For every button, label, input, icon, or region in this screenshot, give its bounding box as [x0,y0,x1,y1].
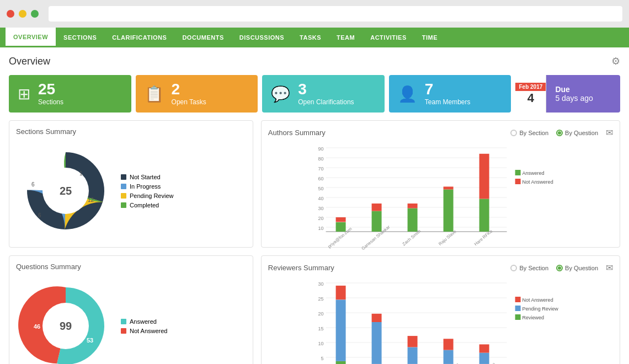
authors-summary-panel: Authors Summary By Section By Question ✉ [261,120,620,248]
radio-circle-reviewer-by-section [510,265,517,271]
nav-tasks[interactable]: TASKS [292,28,329,47]
legend-in-progress: In Progress [121,183,174,190]
svg-rect-31 [515,179,520,184]
sections-card[interactable]: ⊞ 25 Sections [9,75,131,113]
nav-documents[interactable]: DOCUMENTS [174,28,231,47]
page-title: Overview [9,56,50,67]
reviewers-summary-header: Reviewers Summary By Section By Question… [268,263,613,273]
radio-circle-reviewer-by-question [556,265,563,271]
legend-dot-not-started [121,174,126,180]
svg-rect-58 [515,314,520,320]
svg-text:70: 70 [318,166,323,172]
bar-author2-answered [371,211,381,232]
nav-discussions[interactable]: DISCUSSIONS [232,28,292,47]
clarifications-number: 3 [298,82,354,97]
clarifications-icon: 💬 [271,85,290,103]
bar-rev4-pending [443,350,453,364]
svg-text:80: 80 [318,156,323,162]
legend-pending-review: Pending Review [121,192,174,199]
legend-dot-answered [121,319,126,324]
radio-dot-by-question [558,131,561,135]
bar-author4-not-answered [443,186,453,189]
questions-summary-title: Questions Summary [16,263,246,271]
nav-team[interactable]: TEAM [329,28,363,47]
authors-radio-question-label: By Question [565,130,598,136]
maximize-button[interactable] [31,10,39,18]
svg-rect-54 [515,297,520,302]
bar-author3-not-answered [407,204,417,208]
reviewers-radio-by-question[interactable]: By Question [556,265,598,271]
nav-time[interactable]: TIME [414,28,445,47]
authors-email-icon[interactable]: ✉ [606,127,613,138]
due-month: Feb 2017 [515,83,546,91]
authors-radio-group: By Section By Question ✉ [510,127,613,138]
svg-text:20: 20 [318,311,323,317]
legend-dot-completed [121,202,126,208]
radio-circle-by-question [556,130,563,136]
questions-summary-panel: Questions Summary 99 46 [9,255,253,364]
bar-author5-answered [479,199,489,232]
due-card: Feb 2017 4 Due 5 days ago [515,75,620,113]
minimize-button[interactable] [19,10,26,18]
svg-text:5: 5 [321,356,323,361]
svg-rect-29 [515,170,520,175]
svg-text:1: 1 [79,170,83,176]
bar-rev4-not-answered [443,339,453,350]
nav-bar: OVERVIEW SECTIONS CLARIFICATIONS DOCUMEN… [0,28,629,47]
tasks-card[interactable]: 📋 2 Open Tasks [136,75,258,113]
settings-icon[interactable]: ⚙ [611,55,620,67]
due-text: 5 days ago [555,94,611,103]
bar-rev2-pending [371,322,381,364]
legend-label-completed: Completed [130,202,159,208]
authors-radio-section-label: By Section [519,130,548,136]
svg-text:Not Answered: Not Answered [522,297,553,303]
bottom-summary-row: Questions Summary 99 46 [9,255,620,364]
sections-donut-container: 25 1 6 6 12 Not Started In Progress [16,141,246,240]
svg-text:40: 40 [318,196,323,201]
bar-author2-not-answered [371,204,381,211]
close-button[interactable] [7,10,14,18]
address-bar[interactable] [49,6,622,22]
svg-text:20: 20 [318,216,323,221]
due-label: Due [555,85,611,94]
nav-clarifications[interactable]: CLARIFICATIONS [104,28,174,47]
sections-number: 25 [38,82,63,97]
reviewers-radio-by-section[interactable]: By Section [510,265,548,271]
sections-info: 25 Sections [38,82,63,106]
nav-sections[interactable]: SECTIONS [56,28,104,47]
reviewers-radio-question-label: By Question [565,265,598,271]
radio-dot-reviewer-by-question [558,266,561,270]
legend-completed: Completed [121,202,174,208]
legend-label-not-started: Not Started [130,174,161,180]
authors-radio-by-section[interactable]: By Section [510,130,548,136]
svg-text:Not Answered: Not Answered [522,179,553,185]
team-number: 7 [425,82,471,97]
tasks-number: 2 [172,82,206,97]
svg-text:15: 15 [318,326,323,331]
clarifications-card[interactable]: 💬 3 Open Clarifications [262,75,385,113]
nav-overview[interactable]: OVERVIEW [6,28,56,47]
reviewers-email-icon[interactable]: ✉ [606,263,613,273]
svg-text:Answered: Answered [522,170,544,176]
due-calendar: Feb 2017 4 [515,75,546,113]
reviewers-summary-title: Reviewers Summary [268,264,334,272]
svg-text:Pending Review: Pending Review [522,306,558,312]
svg-text:53: 53 [87,337,93,344]
svg-text:90: 90 [318,146,323,152]
sections-donut-chart: 25 1 6 6 12 [22,147,110,235]
bar-rev2-not-answered [371,314,381,322]
legend-not-answered: Not Answered [121,328,167,334]
team-card[interactable]: 👤 7 Team Members [389,75,511,113]
nav-activities[interactable]: ACTIVITIES [363,28,414,47]
authors-summary-title: Authors Summary [268,129,326,137]
svg-text:10: 10 [318,226,323,231]
main-content: Overview ⚙ ⊞ 25 Sections 📋 2 Open Tasks … [0,47,629,364]
svg-text:Reviewed: Reviewed [522,315,544,320]
svg-text:6: 6 [38,212,41,218]
reviewers-bar-chart: 30 25 20 15 10 5 [268,277,613,364]
authors-radio-by-question[interactable]: By Question [556,130,598,136]
svg-text:25: 25 [318,296,323,302]
svg-text:46: 46 [34,323,40,330]
reviewers-summary-panel: Reviewers Summary By Section By Question… [261,255,620,364]
svg-text:60: 60 [318,176,323,181]
